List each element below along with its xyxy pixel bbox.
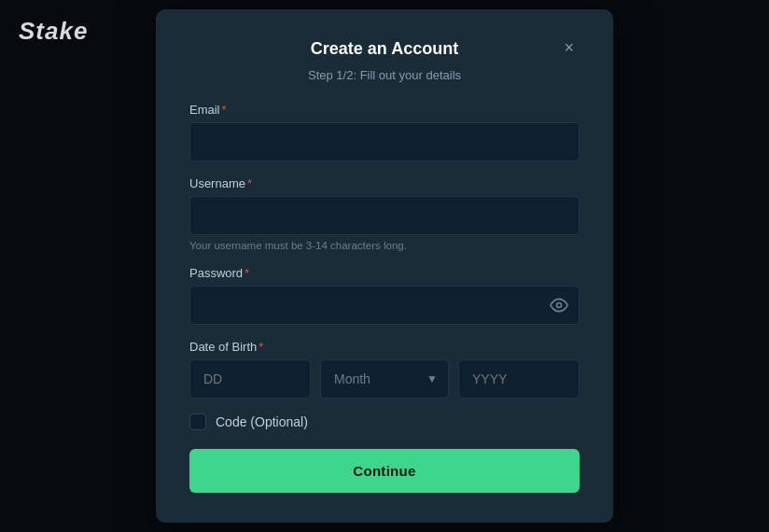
eye-icon (550, 296, 568, 315)
dob-year-wrapper (458, 359, 580, 399)
username-hint: Your username must be 3-14 characters lo… (189, 240, 580, 251)
email-required-star: * (222, 103, 227, 117)
username-input[interactable] (189, 196, 580, 235)
email-label: Email* (189, 103, 580, 117)
dob-year-input[interactable] (458, 359, 580, 399)
password-group: Password* (189, 266, 580, 325)
code-checkbox[interactable] (189, 413, 206, 430)
svg-point-0 (557, 303, 562, 308)
email-group: Email* (189, 103, 580, 161)
email-input[interactable] (189, 122, 580, 161)
logo: Stake (19, 17, 88, 46)
dob-day-input[interactable] (189, 359, 311, 399)
username-group: Username* Your username must be 3-14 cha… (189, 176, 580, 251)
code-label: Code (Optional) (216, 414, 308, 429)
password-wrapper (189, 286, 580, 325)
dob-row: Month January February March April May J… (189, 359, 580, 399)
dob-month-wrapper: Month January February March April May J… (320, 359, 449, 399)
step-indicator: Step 1/2: Fill out your details (189, 68, 580, 82)
continue-button[interactable]: Continue (189, 449, 580, 493)
modal-title: Create an Account (311, 39, 458, 59)
username-required-star: * (247, 176, 252, 190)
dob-day-wrapper (189, 359, 311, 399)
password-label: Password* (189, 266, 580, 280)
modal-header: Create an Account × (189, 39, 580, 59)
password-required-star: * (245, 266, 249, 280)
password-input[interactable] (189, 286, 580, 325)
toggle-password-button[interactable] (550, 296, 568, 315)
close-button[interactable]: × (558, 37, 580, 58)
create-account-modal: Create an Account × Step 1/2: Fill out y… (156, 9, 613, 523)
dob-group: Date of Birth* Month January February Ma… (189, 340, 580, 399)
dob-required-star: * (259, 340, 263, 354)
dob-label: Date of Birth* (189, 340, 580, 354)
code-row: Code (Optional) (189, 413, 580, 430)
username-label: Username* (189, 176, 580, 190)
dob-month-select[interactable]: Month January February March April May J… (320, 359, 449, 399)
